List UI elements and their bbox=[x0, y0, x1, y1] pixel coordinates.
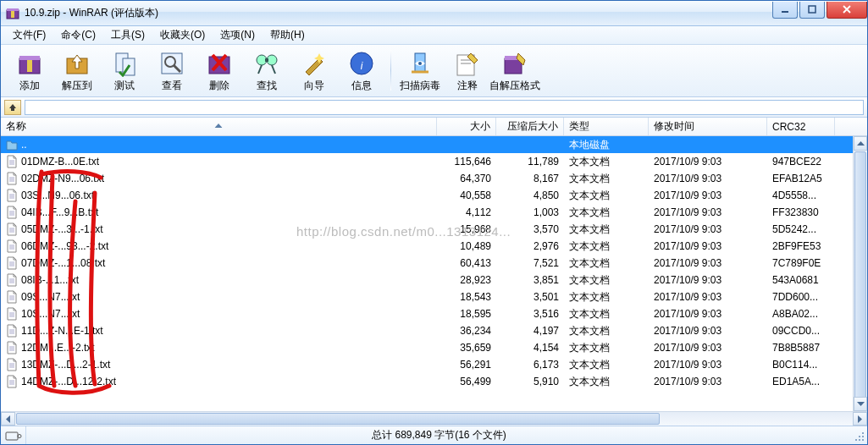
file-modified: 2017/10/9 9:03 bbox=[649, 240, 767, 252]
menubar: 文件(F)命令(C)工具(S)收藏夹(O)选项(N)帮助(H) bbox=[1, 26, 867, 45]
toolbar-comment-button[interactable]: 注释 bbox=[444, 48, 491, 95]
table-row[interactable]: 02DMZ-N9...06.txt64,3708,167文本文档2017/10/… bbox=[1, 170, 867, 187]
close-button[interactable] bbox=[827, 2, 867, 19]
table-row[interactable]: 03S...N9...06.txt40,5584,850文本文档2017/10/… bbox=[1, 187, 867, 204]
toolbar-label: 查看 bbox=[162, 79, 182, 93]
file-name: 10S...N7...txt bbox=[21, 308, 80, 320]
scan-icon bbox=[406, 50, 434, 77]
nav-up-button[interactable] bbox=[4, 100, 21, 115]
toolbar-scan-button[interactable]: 扫描病毒 bbox=[396, 48, 444, 95]
file-modified: 2017/10/9 9:03 bbox=[649, 291, 767, 303]
table-row[interactable]: 08IB-...1...txt28,9233,851文本文档2017/10/9 … bbox=[1, 272, 867, 288]
menu-收藏夹[interactable]: 收藏夹(O) bbox=[153, 26, 212, 44]
table-row[interactable]: 13DMZ-...D...2-1.txt56,2916,173文本文档2017/… bbox=[1, 356, 867, 373]
folder-icon bbox=[6, 138, 18, 151]
file-packed: 3,570 bbox=[496, 223, 564, 235]
file-name: 08IB-...1...txt bbox=[21, 274, 79, 286]
toolbar-info-button[interactable]: i信息 bbox=[338, 48, 385, 95]
vertical-scrollbar[interactable] bbox=[853, 136, 867, 411]
svg-rect-75 bbox=[862, 436, 864, 437]
col-name[interactable]: 名称 bbox=[1, 118, 437, 135]
toolbar-label: 添加 bbox=[19, 79, 40, 93]
svg-rect-4 bbox=[809, 6, 815, 13]
file-name: .. bbox=[21, 139, 27, 151]
toolbar-find-button[interactable]: 查找 bbox=[243, 48, 290, 95]
file-crc: ED1A5A... bbox=[767, 376, 835, 387]
toolbar-sfx-button[interactable]: 自解压格式 bbox=[491, 48, 539, 95]
table-row[interactable]: 11D...Z-N...E-1.txt36,2344,197文本文档2017/1… bbox=[1, 322, 867, 339]
file-size: 36,234 bbox=[437, 325, 496, 337]
svg-point-23 bbox=[418, 62, 422, 65]
toolbar-test-button[interactable]: 测试 bbox=[101, 48, 148, 95]
table-row[interactable]: 06DMZ-...93...-2.txt10,4892,976文本文档2017/… bbox=[1, 238, 867, 255]
menu-文件[interactable]: 文件(F) bbox=[6, 26, 53, 44]
file-size: 18,543 bbox=[437, 291, 496, 303]
col-type[interactable]: 类型 bbox=[564, 118, 649, 135]
menu-选项[interactable]: 选项(N) bbox=[213, 26, 262, 44]
scroll-left-button[interactable] bbox=[1, 412, 15, 426]
file-modified: 2017/10/9 9:03 bbox=[649, 342, 767, 354]
file-type: 文本文档 bbox=[564, 375, 649, 389]
table-row[interactable]: 07DMZ-...1...08.txt60,4137,521文本文档2017/1… bbox=[1, 255, 867, 272]
scroll-thumb[interactable] bbox=[854, 151, 866, 405]
table-row[interactable]: 04IB...F...9...B.txt4,1121,003文本文档2017/1… bbox=[1, 204, 867, 221]
horizontal-scrollbar[interactable] bbox=[1, 411, 867, 426]
toolbar-extract-button[interactable]: 解压到 bbox=[53, 48, 101, 95]
file-crc: 2BF9FE53 bbox=[767, 240, 835, 252]
toolbar-wizard-button[interactable]: 向导 bbox=[290, 48, 338, 95]
file-type: 文本文档 bbox=[564, 189, 649, 203]
table-row[interactable]: 14DMZ-...D...12-2.txt56,4995,910文本文档2017… bbox=[1, 373, 867, 390]
file-packed: 4,850 bbox=[496, 190, 564, 201]
titlebar[interactable]: 10.9.zip - WinRAR (评估版本) bbox=[1, 1, 867, 26]
file-list[interactable]: ..本地磁盘01DMZ-B...0E.txt115,64611,789文本文档2… bbox=[1, 136, 867, 411]
menu-帮助[interactable]: 帮助(H) bbox=[263, 26, 312, 44]
file-packed: 3,851 bbox=[496, 274, 564, 286]
file-modified: 2017/10/9 9:03 bbox=[649, 206, 767, 218]
menu-工具[interactable]: 工具(S) bbox=[104, 26, 152, 44]
resize-grip[interactable] bbox=[852, 426, 867, 444]
col-crc[interactable]: CRC32 bbox=[767, 118, 835, 135]
toolbar-delete-button[interactable]: 删除 bbox=[196, 48, 243, 95]
toolbar-view-button[interactable]: 查看 bbox=[148, 48, 196, 95]
svg-rect-76 bbox=[855, 439, 857, 441]
find-icon bbox=[253, 50, 280, 77]
extract-icon bbox=[64, 50, 91, 77]
file-name: 05DMZ-...3...-1.txt bbox=[21, 223, 103, 235]
file-type: 文本文档 bbox=[564, 324, 649, 338]
file-crc: 4D5558... bbox=[767, 190, 835, 201]
file-crc: 5D5242... bbox=[767, 223, 835, 235]
scroll-up-button[interactable] bbox=[854, 136, 867, 151]
maximize-button[interactable] bbox=[799, 2, 825, 19]
scroll-down-button[interactable] bbox=[854, 397, 867, 411]
file-packed: 4,197 bbox=[496, 325, 564, 337]
col-modified[interactable]: 修改时间 bbox=[649, 118, 767, 135]
parent-folder-row[interactable]: ..本地磁盘 bbox=[1, 136, 867, 153]
minimize-button[interactable] bbox=[772, 2, 798, 19]
scroll-right-button[interactable] bbox=[853, 412, 867, 426]
file-icon bbox=[6, 256, 18, 270]
file-size: 4,112 bbox=[437, 206, 496, 218]
col-size[interactable]: 大小 bbox=[437, 118, 496, 135]
table-row[interactable]: 10S...N7...txt18,5953,516文本文档2017/10/9 9… bbox=[1, 305, 867, 322]
hscroll-thumb[interactable] bbox=[16, 413, 660, 425]
table-row[interactable]: 09S...N7...txt18,5433,501文本文档2017/10/9 9… bbox=[1, 288, 867, 305]
table-row[interactable]: 01DMZ-B...0E.txt115,64611,789文本文档2017/10… bbox=[1, 153, 867, 170]
file-crc: A8BA02... bbox=[767, 308, 835, 320]
col-packed[interactable]: 压缩后大小 bbox=[496, 118, 564, 135]
file-size: 15,968 bbox=[437, 223, 496, 235]
file-modified: 2017/10/9 9:03 bbox=[649, 359, 767, 371]
table-row[interactable]: 12DM...E...-2.txt35,6594,154文本文档2017/10/… bbox=[1, 339, 867, 356]
toolbar-add-button[interactable]: 添加 bbox=[6, 48, 53, 95]
file-icon bbox=[6, 375, 18, 388]
file-name: 03S...N9...06.txt bbox=[21, 190, 94, 201]
file-packed: 2,976 bbox=[496, 240, 564, 252]
file-type: 文本文档 bbox=[564, 341, 649, 355]
table-row[interactable]: 05DMZ-...3...-1.txt15,9683,570文本文档2017/1… bbox=[1, 221, 867, 238]
file-size: 28,923 bbox=[437, 274, 496, 286]
svg-rect-2 bbox=[11, 11, 14, 18]
svg-text:i: i bbox=[361, 60, 363, 72]
menu-命令[interactable]: 命令(C) bbox=[54, 26, 102, 44]
file-modified: 2017/10/9 9:03 bbox=[649, 325, 767, 337]
address-field[interactable] bbox=[25, 100, 864, 115]
toolbar-label: 删除 bbox=[209, 79, 229, 93]
